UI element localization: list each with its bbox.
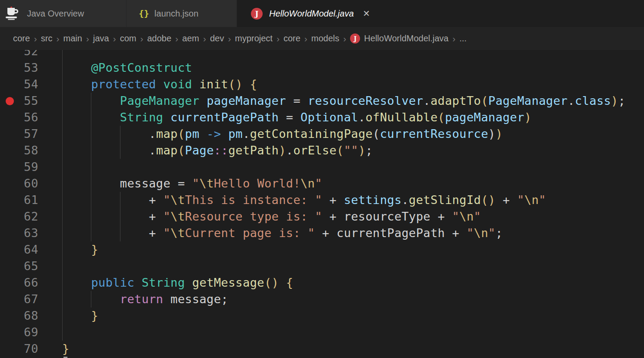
breadcrumb-item[interactable]: core bbox=[13, 33, 30, 43]
breadcrumb-item[interactable]: models bbox=[311, 33, 339, 43]
code-line[interactable]: 63 + "\tCurrent page is: " + currentPage… bbox=[0, 225, 644, 241]
java-cup-icon bbox=[5, 7, 20, 20]
tab-helloworldmodel[interactable]: J HelloWorldModel.java ✕ bbox=[237, 0, 402, 27]
breadcrumb-item[interactable]: core bbox=[284, 33, 300, 43]
line-number: 59 bbox=[24, 159, 38, 175]
code-token: ) bbox=[524, 110, 532, 124]
breadcrumb-item[interactable]: aem bbox=[182, 33, 199, 43]
code-token: . bbox=[567, 94, 575, 107]
code-token: getPath bbox=[228, 144, 279, 157]
line-number: 61 bbox=[24, 192, 38, 208]
gutter[interactable]: 65 bbox=[0, 258, 62, 274]
breadcrumb-separator: › bbox=[86, 33, 89, 44]
code-token: pageManager bbox=[207, 94, 286, 107]
code-token: . bbox=[149, 144, 156, 157]
code-token bbox=[192, 77, 200, 91]
breadcrumb-item[interactable]: java bbox=[93, 33, 109, 43]
code-token: . bbox=[286, 144, 294, 157]
line-number: 54 bbox=[24, 76, 38, 93]
gutter[interactable]: 67 bbox=[0, 291, 62, 308]
tab-launch-json[interactable]: {} launch.json bbox=[127, 0, 237, 27]
code-line[interactable]: 59 bbox=[0, 159, 644, 175]
gutter[interactable]: 52 bbox=[0, 50, 62, 60]
code-line[interactable]: 66 public String getMessage() { bbox=[0, 274, 644, 291]
gutter[interactable]: 60 bbox=[0, 175, 62, 192]
tab-java-overview[interactable]: Java Overview bbox=[0, 0, 127, 27]
code-token: . bbox=[358, 110, 366, 124]
code-token: + bbox=[149, 226, 163, 240]
code-token: return bbox=[120, 292, 164, 306]
gutter[interactable]: 70 bbox=[0, 341, 62, 357]
code-line[interactable]: 64 } bbox=[0, 241, 644, 258]
breadcrumb-separator: › bbox=[140, 33, 143, 44]
gutter[interactable]: 53 bbox=[0, 60, 62, 76]
breakpoint-dot[interactable] bbox=[6, 97, 14, 105]
code-token: ( bbox=[178, 144, 185, 157]
code-line[interactable]: 52 bbox=[0, 50, 644, 60]
gutter[interactable]: 64 bbox=[0, 241, 62, 258]
gutter[interactable]: 54 bbox=[0, 76, 62, 93]
code-line[interactable]: 70} bbox=[0, 341, 644, 357]
code-line[interactable]: 54 protected void init() { bbox=[0, 76, 644, 93]
gutter[interactable]: 63 bbox=[0, 225, 62, 241]
gutter[interactable]: 69 bbox=[0, 324, 62, 341]
code-token: message bbox=[120, 177, 170, 190]
breadcrumb-separator: › bbox=[203, 33, 206, 44]
breadcrumb-item[interactable]: com bbox=[120, 33, 137, 43]
breadcrumb-file[interactable]: HelloWorldModel.java bbox=[364, 33, 448, 43]
gutter[interactable]: 62 bbox=[0, 208, 62, 225]
code-token: public bbox=[91, 276, 134, 289]
close-icon[interactable]: ✕ bbox=[361, 8, 372, 19]
code-line[interactable]: 67 return message; bbox=[0, 291, 644, 308]
code-line[interactable]: 55 PageManager pageManager = resourceRes… bbox=[0, 93, 644, 109]
code-token: String bbox=[142, 276, 185, 289]
breadcrumb-tail[interactable]: ... bbox=[459, 33, 467, 43]
gutter[interactable]: 61 bbox=[0, 192, 62, 208]
code-line[interactable]: 65 bbox=[0, 258, 644, 274]
code-token: ) bbox=[358, 144, 366, 157]
code-token: "" bbox=[344, 144, 358, 157]
gutter[interactable]: 55 bbox=[0, 93, 62, 109]
code-line[interactable]: 62 + "\tResource type is: " + resourceTy… bbox=[0, 208, 644, 225]
line-number: 53 bbox=[24, 60, 38, 76]
gutter[interactable]: 68 bbox=[0, 308, 62, 324]
code-line[interactable]: 60 message = "\tHello World!\n" bbox=[0, 175, 644, 192]
json-braces-icon: {} bbox=[139, 8, 149, 19]
gutter[interactable]: 66 bbox=[0, 274, 62, 291]
code-line[interactable]: 56 String currentPagePath = Optional.ofN… bbox=[0, 109, 644, 126]
tab-strip-empty bbox=[402, 0, 644, 27]
code-line[interactable]: 61 + "\tThis is instance: " + settings.g… bbox=[0, 192, 644, 208]
code-token: Resource type is: " bbox=[185, 210, 322, 223]
code-line[interactable]: 58 .map(Page::getPath).orElse(""); bbox=[0, 142, 644, 159]
code-token: Optional bbox=[300, 110, 358, 124]
breadcrumb-item[interactable]: main bbox=[63, 33, 82, 43]
code-token bbox=[62, 77, 91, 91]
line-number: 68 bbox=[24, 308, 38, 324]
code-line[interactable]: 69 bbox=[0, 324, 644, 341]
line-number: 64 bbox=[24, 241, 38, 258]
breadcrumb-item[interactable]: dev bbox=[210, 33, 224, 43]
gutter[interactable]: 57 bbox=[0, 126, 62, 142]
line-number: 65 bbox=[24, 258, 38, 274]
code-line[interactable]: 57 .map(pm -> pm.getContainingPage(curre… bbox=[0, 126, 644, 142]
code-token: map bbox=[156, 144, 178, 157]
code-editor[interactable]: 5253 @PostConstruct54 protected void ini… bbox=[0, 50, 644, 358]
code-line-text: + "\tResource type is: " + resourceType … bbox=[62, 208, 481, 225]
gutter[interactable]: 58 bbox=[0, 142, 62, 159]
code-line[interactable]: 68 } bbox=[0, 308, 644, 324]
code-token: + bbox=[445, 226, 467, 240]
code-line-text: String currentPagePath = Optional.ofNull… bbox=[62, 109, 531, 126]
code-token: class bbox=[575, 94, 611, 107]
code-token: } bbox=[62, 342, 70, 355]
code-token: init bbox=[200, 77, 228, 91]
gutter[interactable]: 59 bbox=[0, 159, 62, 175]
line-number: 56 bbox=[24, 109, 38, 126]
code-line-text: } bbox=[62, 341, 70, 357]
breadcrumb-item[interactable]: myproject bbox=[235, 33, 273, 43]
breadcrumb-item[interactable]: src bbox=[41, 33, 53, 43]
code-token bbox=[163, 292, 170, 306]
code-line[interactable]: 53 @PostConstruct bbox=[0, 60, 644, 76]
gutter[interactable]: 56 bbox=[0, 109, 62, 126]
breadcrumb-item[interactable]: adobe bbox=[147, 33, 171, 43]
code-token: ofNullable bbox=[365, 110, 437, 124]
